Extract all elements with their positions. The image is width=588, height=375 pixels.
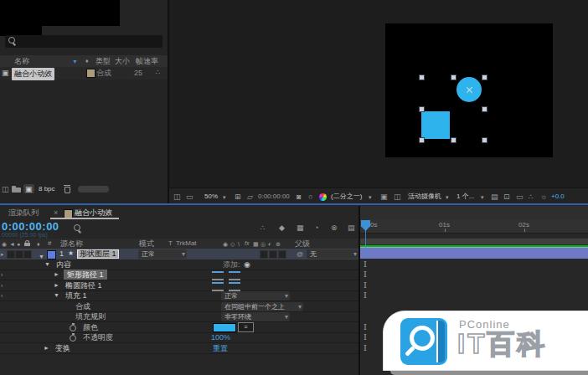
fill-rule-dropdown[interactable]: 非零环绕 — [221, 312, 290, 321]
keyframe-nav-icon[interactable] — [1, 293, 3, 299]
fill-blendmode-dropdown[interactable]: 正常 — [221, 291, 290, 301]
brainstorm-icon[interactable] — [331, 224, 338, 232]
selection-handle[interactable] — [419, 106, 425, 112]
sort-arrow-icon[interactable] — [72, 59, 78, 64]
column-name[interactable]: 名称 — [14, 55, 29, 67]
solo-toggle[interactable] — [23, 250, 32, 259]
close-tab-icon[interactable] — [54, 209, 58, 217]
timeline-button-icon[interactable] — [503, 193, 510, 201]
transparency-grid-icon[interactable] — [308, 193, 312, 201]
keyframe-nav-icon[interactable] — [1, 272, 3, 278]
composite-dropdown[interactable]: 在同组中前一个之上 — [221, 302, 303, 311]
timeline-navigator[interactable] — [360, 206, 588, 220]
switch-cell[interactable] — [260, 250, 268, 259]
view-layout-dropdown[interactable]: 1 个... — [456, 188, 474, 205]
property-row-rect-path[interactable]: ► 矩形路径 1 — [0, 270, 358, 280]
composition-canvas[interactable] — [385, 23, 553, 157]
channel-wheel-icon[interactable] — [319, 193, 327, 201]
twirl-closed-icon[interactable]: ► — [44, 343, 49, 353]
bit-depth-label[interactable]: 8 bpc — [39, 182, 55, 195]
column-type[interactable]: 类型 — [95, 55, 111, 67]
selection-handle[interactable] — [419, 74, 425, 80]
property-label[interactable]: 变换 — [55, 343, 70, 353]
scrollbar-thumb[interactable] — [78, 186, 109, 193]
exposure-value[interactable]: +0.0 — [551, 188, 565, 205]
interpret-footage-icon[interactable] — [2, 186, 9, 193]
path-merge-icon[interactable] — [229, 271, 240, 280]
stopwatch-icon[interactable] — [70, 333, 76, 342]
pixel-aspect-icon[interactable] — [394, 193, 401, 201]
snapshot-camera-icon[interactable] — [297, 193, 301, 201]
timeline-search-icon[interactable] — [74, 224, 83, 234]
t-column[interactable]: T — [168, 239, 173, 249]
audio-toggle[interactable] — [15, 250, 23, 259]
switch-cell[interactable] — [278, 250, 286, 259]
property-label[interactable]: 填充 1 — [65, 290, 87, 301]
grid-guides-icon[interactable] — [235, 193, 241, 201]
selection-handle[interactable] — [482, 106, 487, 112]
frame-blending-icon[interactable] — [297, 224, 304, 232]
region-of-interest-icon[interactable] — [380, 193, 388, 201]
flowchart-icon[interactable] — [156, 69, 160, 76]
label-column-icon[interactable] — [85, 58, 89, 64]
project-search-input[interactable] — [5, 35, 162, 48]
layer-label-swatch[interactable] — [47, 250, 56, 259]
project-column-header[interactable]: 名称 类型 大小 帧速率 — [0, 55, 168, 67]
shy-layers-icon[interactable] — [279, 224, 285, 232]
layer-duration-bar[interactable] — [360, 247, 588, 259]
selection-handle[interactable] — [482, 137, 487, 143]
layer-row-1[interactable]: ▼ 1 形状图层 1 正常 @ 无 — [0, 249, 360, 259]
eyedropper-box-icon[interactable]: = — [238, 322, 254, 332]
mini-flowchart-icon[interactable] — [529, 193, 534, 201]
twirl-open-icon[interactable]: ▼ — [44, 259, 50, 270]
project-item-row[interactable]: 融合小动效 合成 25 — [0, 67, 168, 80]
parent-dropdown[interactable]: 无 — [307, 249, 358, 259]
new-folder-icon[interactable] — [12, 186, 21, 193]
motion-blur-icon[interactable] — [314, 224, 318, 232]
video-toggle[interactable] — [7, 250, 15, 259]
property-label[interactable]: 椭圆路径 1 — [65, 280, 102, 290]
column-size[interactable]: 大小 — [115, 55, 130, 67]
property-row-opacity[interactable]: 不透明度 100% — [0, 332, 358, 343]
property-label[interactable]: 内容 — [56, 259, 71, 270]
comp-flowchart-icon[interactable] — [516, 193, 524, 201]
new-composition-button[interactable] — [23, 184, 34, 193]
property-label-selected[interactable]: 矩形路径 1 — [64, 270, 107, 280]
layer-name-edit-field[interactable]: 形状图层 1 — [77, 249, 119, 259]
time-ruler[interactable]: 0s 01s 02s — [360, 219, 588, 234]
show-channel-icon[interactable] — [186, 193, 193, 201]
tab-render-queue[interactable]: 渲染队列 — [8, 206, 39, 219]
selection-handle[interactable] — [451, 137, 456, 143]
selection-handle[interactable] — [482, 74, 487, 80]
transform-reset-link[interactable]: 重置 — [213, 343, 228, 353]
comp-mini-flowchart-icon[interactable] — [260, 224, 266, 232]
twirl-closed-icon[interactable]: ► — [54, 270, 59, 280]
selection-handle[interactable] — [419, 137, 425, 143]
property-row-transform[interactable]: ► 变换 重置 — [0, 343, 358, 354]
blend-mode-dropdown[interactable]: 正常 — [138, 249, 187, 259]
trkmat-column[interactable]: TrkMat — [176, 239, 197, 249]
mask-visibility-icon[interactable] — [247, 193, 253, 201]
anchor-point-icon[interactable] — [466, 86, 473, 94]
stopwatch-icon[interactable] — [70, 323, 76, 331]
current-timecode[interactable]: 0:00:00:00 — [2, 220, 59, 233]
zoom-level-dropdown[interactable]: 50% — [204, 188, 218, 205]
fast-previews-icon[interactable] — [540, 193, 547, 201]
viewer-timecode[interactable]: 0:00:00:00 — [258, 188, 290, 205]
view-camera-dropdown[interactable]: 活动摄像机 — [408, 188, 441, 205]
panel-menu-icon[interactable] — [107, 208, 111, 216]
resolution-dropdown[interactable]: (二分之一) — [331, 188, 362, 205]
add-property-icon[interactable] — [244, 261, 250, 269]
parent-column[interactable]: 父级 — [295, 239, 310, 249]
property-row-fill[interactable]: ▼ 填充 1 正常 — [0, 290, 358, 301]
parent-pickwhip-icon[interactable]: @ — [297, 249, 303, 259]
keyframe-nav-icon[interactable] — [1, 283, 3, 289]
graph-editor-icon[interactable] — [348, 224, 355, 232]
project-item-name[interactable]: 融合小动效 — [12, 68, 54, 80]
property-label[interactable]: 不透明度 — [83, 332, 113, 342]
rectangle-shape[interactable] — [421, 111, 450, 139]
switch-cell[interactable] — [269, 250, 277, 259]
label-color-swatch[interactable] — [86, 69, 95, 78]
source-name-column[interactable]: 源名称 — [60, 239, 83, 249]
pixel-preview-icon[interactable] — [491, 193, 498, 201]
